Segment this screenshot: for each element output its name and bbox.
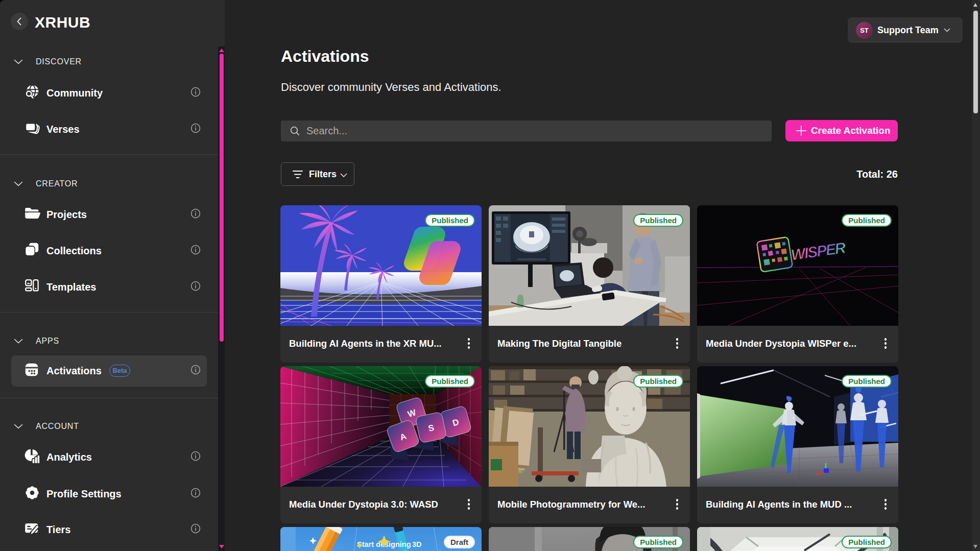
svg-text:3D: 3D: [412, 540, 422, 548]
